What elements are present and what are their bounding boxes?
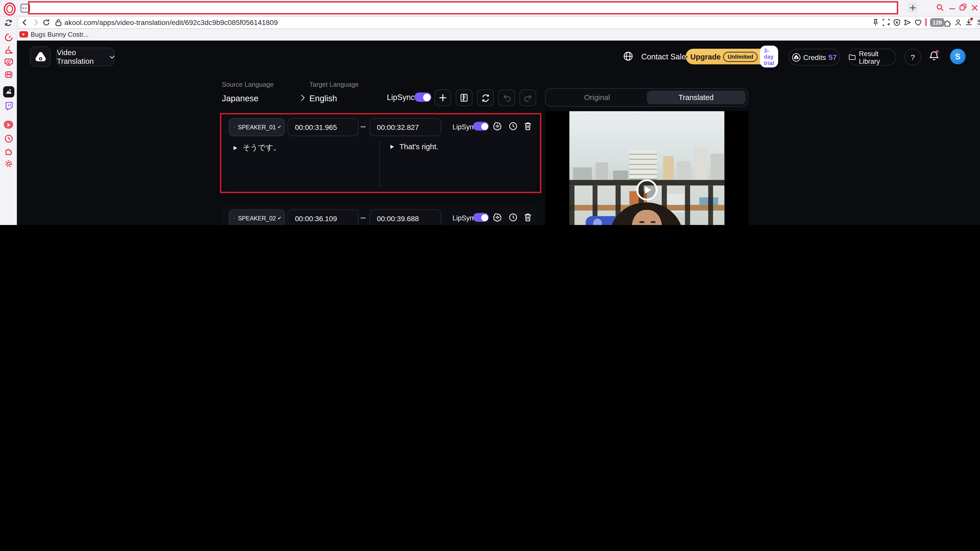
source-text-row[interactable]: そうです。 — [233, 142, 280, 153]
speakers-icon — [234, 215, 235, 222]
lipsync-master-toggle[interactable] — [414, 92, 431, 102]
source-text[interactable]: そうです。 — [242, 142, 281, 153]
end-time-input[interactable]: 00:00:32.827 — [369, 118, 441, 136]
play-text-icon[interactable] — [234, 146, 237, 150]
voice-clone-icon[interactable] — [493, 213, 502, 222]
search-icon[interactable] — [935, 3, 945, 13]
settings-icon[interactable] — [4, 159, 13, 168]
retranslate-button[interactable] — [477, 89, 494, 106]
avatar-initial: S — [955, 52, 960, 61]
minimize-icon[interactable] — [947, 3, 957, 13]
opera-logo-icon[interactable] — [4, 3, 16, 16]
folder-icon — [849, 54, 856, 61]
pin-icon[interactable] — [872, 19, 879, 26]
download-alert-dot — [970, 17, 973, 21]
download-icon[interactable] — [965, 19, 972, 26]
cleaner-icon[interactable] — [4, 45, 13, 54]
reload-icon[interactable] — [43, 19, 50, 26]
pinned-site-icon[interactable] — [3, 86, 14, 97]
target-language-label: Target Language — [309, 81, 359, 88]
start-time-input[interactable]: 00:00:31.965 — [288, 118, 359, 136]
twitch-icon[interactable] — [4, 101, 13, 111]
speaker-name: SPEAKER_01 — [238, 124, 276, 130]
speed-dial-icon[interactable] — [4, 32, 13, 42]
lipsync-row-toggle[interactable] — [473, 122, 489, 130]
screen: akool.com/apps/video-translation/edit/69… — [0, 0, 980, 225]
heart-icon[interactable] — [915, 19, 922, 26]
send-icon[interactable] — [904, 19, 911, 26]
active-tab[interactable] — [30, 3, 896, 13]
url-text[interactable]: akool.com/apps/video-translation/edit/69… — [64, 18, 278, 26]
upgrade-button[interactable]: Upgrade Unlimited 3-day trial — [686, 49, 778, 64]
target-text[interactable]: That's right. — [399, 142, 438, 151]
tune-icon[interactable] — [977, 19, 980, 26]
speaker-select[interactable]: SPEAKER_01 — [229, 118, 285, 136]
voice-clone-icon[interactable] — [493, 122, 502, 130]
video-play-button[interactable] — [636, 179, 657, 200]
close-icon[interactable] — [969, 3, 979, 13]
end-time-input[interactable]: 00:00:39.688 — [369, 209, 441, 225]
source-language-label: Source Language — [222, 81, 274, 88]
address-bar-row: akool.com/apps/video-translation/edit/69… — [17, 16, 980, 29]
delete-trash-icon[interactable] — [524, 122, 532, 130]
target-text-row[interactable]: That's right. — [390, 142, 438, 151]
snapshot-icon[interactable] — [883, 19, 890, 26]
play-text-icon[interactable] — [390, 145, 394, 149]
extensions-icon[interactable] — [4, 146, 13, 156]
delete-trash-icon[interactable] — [524, 213, 532, 222]
product-switcher[interactable]: Video Translation — [56, 48, 115, 66]
lipsync-row-toggle[interactable] — [473, 213, 489, 222]
video-popout-icon[interactable] — [4, 120, 13, 129]
forward-icon[interactable] — [32, 19, 39, 26]
target-language-value[interactable]: English — [309, 94, 337, 103]
transcript-list-button[interactable] — [455, 89, 473, 106]
start-time-input[interactable]: 00:00:36.109 — [288, 209, 359, 225]
sync-icon[interactable] — [4, 18, 13, 27]
lipsync-master-label: LipSync — [387, 93, 415, 102]
plan-badge: Unlimited — [723, 52, 758, 62]
undo-button[interactable] — [498, 89, 515, 106]
redo-button[interactable] — [519, 89, 536, 106]
duration-clock-icon[interactable] — [509, 213, 517, 222]
contact-sales-link[interactable]: Contact Sales — [641, 52, 690, 61]
divider — [925, 18, 927, 26]
person-eye — [639, 221, 644, 223]
result-library-button[interactable]: Result Library — [848, 49, 896, 65]
building-white-tower — [629, 150, 657, 181]
extensions-count-badge[interactable]: 128 — [930, 18, 944, 27]
language-globe-icon[interactable] — [623, 51, 633, 61]
source-language-value[interactable]: Japanese — [222, 94, 258, 103]
start-time-value: 00:00:36.109 — [295, 214, 337, 222]
screen-share-icon[interactable] — [4, 57, 13, 67]
new-tab-icon[interactable] — [907, 3, 918, 13]
meet-icon[interactable] — [4, 70, 13, 79]
tab-translated[interactable]: Translated — [646, 91, 746, 104]
browser-sidebar: GX — [0, 16, 18, 225]
lock-icon[interactable] — [55, 19, 62, 26]
back-icon[interactable] — [21, 19, 29, 26]
tab-original[interactable]: Original — [547, 91, 646, 104]
video-preview[interactable]: AKOOL — [545, 111, 749, 225]
tab-favicon-icon[interactable] — [21, 4, 30, 13]
end-time-value: 00:00:39.688 — [377, 214, 419, 222]
play-icon — [645, 186, 651, 194]
akool-logo-button[interactable] — [30, 46, 51, 67]
adblock-shield-icon[interactable] — [893, 19, 900, 26]
avatar[interactable]: S — [950, 49, 966, 64]
notifications-bell-icon[interactable] — [929, 51, 939, 62]
profile-icon[interactable] — [955, 19, 962, 26]
chevron-down-icon — [110, 53, 115, 59]
speaker-select[interactable]: SPEAKER_02 — [229, 209, 285, 225]
bookmark-item[interactable]: Bugs Bunny Costr... — [30, 30, 89, 38]
maximize-icon[interactable] — [958, 3, 968, 13]
puzzle-icon[interactable] — [944, 19, 952, 27]
duration-clock-icon[interactable] — [509, 122, 517, 130]
add-segment-button[interactable] — [434, 89, 451, 106]
history-icon[interactable] — [4, 134, 13, 143]
credits-button[interactable]: Credits 57 — [789, 49, 840, 65]
video-frame — [570, 111, 724, 225]
help-button[interactable]: ? — [904, 49, 921, 65]
building — [573, 167, 592, 181]
building — [677, 161, 690, 181]
speakers-icon — [234, 124, 235, 130]
